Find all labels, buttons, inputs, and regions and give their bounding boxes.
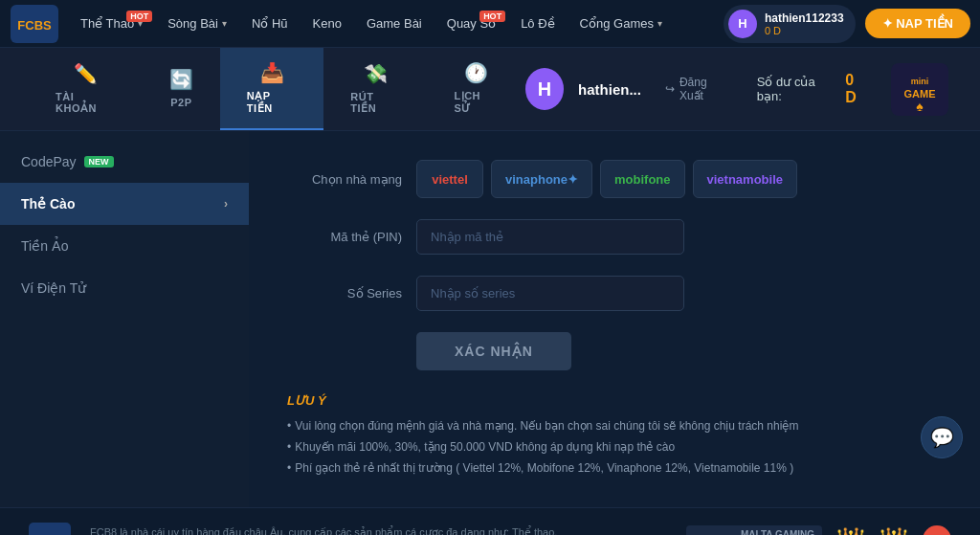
nav-no-hu[interactable]: Nổ Hũ — [240, 11, 300, 36]
nav-song-bai-label: Sòng Bài — [167, 16, 218, 31]
carrier-viettel[interactable]: viettel — [416, 160, 483, 198]
series-row: Số Series — [287, 276, 942, 311]
logout-icon: ↪ — [665, 82, 675, 96]
tab-lich-su-label: LỊCH SỬ — [454, 90, 498, 115]
tab-p2p-label: P2P — [170, 97, 191, 108]
nav-game-bai[interactable]: Game Bài — [355, 11, 434, 36]
mga-badge: ▶mga MALTA GAMING AUTHORITY — [686, 525, 822, 535]
notes-item-0: Vui lòng chọn đúng mệnh giá và nhà mạng.… — [287, 416, 942, 437]
nav-username: hathien112233 — [765, 11, 844, 25]
sidebar: CodePay NEW Thẻ Cào › Tiền Ảo Ví Điện Tử — [0, 131, 249, 507]
footer-logo: FCBS — [29, 523, 71, 535]
nav-cong-games-label: Cổng Games — [580, 16, 654, 31]
sidebar-item-the-cao[interactable]: Thẻ Cào › — [0, 183, 249, 225]
nav-user-info[interactable]: H hathien112233 0 D — [724, 5, 856, 43]
chevron-cong-games-icon: ▾ — [657, 18, 662, 29]
series-label: Số Series — [287, 286, 402, 301]
form-area: Chọn nhà mạng viettel vinaphone✦ mobifon… — [249, 131, 980, 507]
nav-the-thao[interactable]: Thể Thao HOT ▾ — [69, 11, 154, 36]
carrier-mobifone[interactable]: mobifone — [600, 160, 685, 198]
notes-section: LƯU Ý Vui lòng chọn đúng mệnh giá và nhà… — [287, 390, 942, 479]
vi-dien-tu-label: Ví Điện Tử — [21, 280, 86, 296]
chat-button[interactable]: 💬 — [921, 416, 963, 458]
mobifone-label: mobifone — [614, 172, 671, 187]
nav-nap-tien-button[interactable]: ✦ NAP TIỀN — [865, 9, 970, 38]
pin-label: Mã thẻ (PIN) — [287, 230, 402, 244]
carrier-vietnamobile[interactable]: vietnamobile — [693, 160, 797, 198]
nav-items: Thể Thao HOT ▾ Sòng Bài ▾ Nổ Hũ Keno Gam… — [69, 11, 720, 36]
main-content: CodePay NEW Thẻ Cào › Tiền Ảo Ví Điện Tử… — [0, 131, 980, 507]
tab-tai-khoan[interactable]: ✏️ TÀI KHOẢN — [29, 49, 143, 130]
viettel-label: viettel — [432, 172, 468, 187]
navbar: FCBS Thể Thao HOT ▾ Sòng Bài ▾ Nổ Hũ Ken… — [0, 0, 980, 48]
nav-game-bai-label: Game Bài — [367, 16, 422, 31]
nav-lo-de[interactable]: Lô Đề — [509, 11, 566, 36]
footer-description: FCB8 là nhà cái uy tín hàng đầu châu Âu,… — [90, 524, 568, 535]
lich-su-icon: 🕐 — [464, 61, 488, 84]
hot-badge-quay-so: HOT — [479, 11, 505, 22]
mini-game-logo[interactable]: mini GAME ♠ — [887, 60, 951, 118]
tab-nap-tien-label: NẠP TIỀN — [247, 90, 298, 115]
svg-text:FCBS: FCBS — [17, 18, 52, 33]
brand-logo[interactable]: FCBS — [10, 4, 59, 44]
sidebar-item-tien-ao[interactable]: Tiền Ảo — [0, 225, 249, 267]
tai-khoan-icon: ✏️ — [74, 62, 98, 85]
carrier-vinaphone[interactable]: vinaphone✦ — [491, 160, 592, 198]
nav-right: H hathien112233 0 D ✦ NAP TIỀN — [724, 5, 970, 43]
notes-title: LƯU Ý — [287, 390, 942, 412]
nav-balance: 0 D — [765, 25, 844, 36]
pin-row: Mã thẻ (PIN) — [287, 219, 942, 255]
carrier-row: Chọn nhà mạng viettel vinaphone✦ mobifon… — [287, 160, 942, 198]
tab-lich-su[interactable]: 🕐 LỊCH SỬ — [427, 48, 524, 130]
balance-value: 0 D — [845, 72, 868, 106]
user-section: H hathien... ↪ Đăng Xuất — [525, 68, 738, 110]
hot-badge-the-thao: HOT — [126, 11, 152, 22]
nav-song-bai[interactable]: Sòng Bài ▾ — [156, 11, 238, 36]
tab-tai-khoan-label: TÀI KHOẢN — [56, 91, 116, 115]
footer: FCBS FCB8 là nhà cái uy tín hàng đầu châ… — [0, 507, 980, 535]
nav-no-hu-label: Nổ Hũ — [252, 16, 288, 31]
notes-item-1: Khuyến mãi 100%, 30%, tặng 50.000 VND kh… — [287, 437, 942, 458]
logout-button[interactable]: ↪ Đăng Xuất — [656, 71, 738, 107]
nap-tien-icon: 📥 — [260, 61, 284, 84]
nav-user-details: hathien112233 0 D — [765, 11, 844, 36]
nav-keno[interactable]: Keno — [301, 11, 353, 36]
account-tabs: ✏️ TÀI KHOẢN 🔄 P2P 📥 NẠP TIỀN 💸 RÚT TIỀN… — [0, 48, 980, 131]
nav-quay-so[interactable]: Quay Số HOT — [435, 11, 507, 36]
carrier-label: Chọn nhà mạng — [287, 172, 402, 187]
p2p-icon: 🔄 — [169, 68, 193, 91]
sidebar-item-codepay[interactable]: CodePay NEW — [0, 141, 249, 183]
footer-badges: ▶mga MALTA GAMING AUTHORITY 👑 👑 18+ — [686, 525, 951, 535]
nav-lo-de-label: Lô Đề — [521, 16, 554, 31]
notes-item-2: Phí gạch thẻ rẻ nhất thị trường ( Viette… — [287, 458, 942, 479]
nav-keno-label: Keno — [313, 16, 342, 31]
tab-rut-tien-label: RÚT TIỀN — [350, 91, 400, 115]
svg-text:♠: ♠ — [916, 99, 924, 114]
the-cao-label: Thẻ Cào — [21, 196, 75, 212]
crown-badge-1: 👑 — [836, 526, 865, 535]
balance-label: Số dư của bạn: — [757, 75, 839, 103]
crown-badge-2: 👑 — [880, 526, 908, 535]
sidebar-item-vi-dien-tu[interactable]: Ví Điện Tử — [0, 267, 249, 309]
nav-user-avatar: H — [728, 10, 757, 38]
age-badge: 18+ — [923, 525, 951, 535]
series-input[interactable] — [416, 276, 684, 311]
pin-input[interactable] — [416, 219, 684, 255]
tien-ao-label: Tiền Ảo — [21, 238, 69, 254]
vinaphone-label: vinaphone✦ — [505, 172, 578, 187]
codepay-label: CodePay — [21, 154, 77, 169]
nav-cong-games[interactable]: Cổng Games ▾ — [568, 11, 674, 36]
tab-nap-tien[interactable]: 📥 NẠP TIỀN — [220, 48, 324, 130]
user-avatar-big: H — [525, 68, 564, 110]
chevron-right-icon: › — [224, 197, 228, 211]
chat-icon: 💬 — [930, 426, 954, 449]
chevron-song-bai-icon: ▾ — [222, 18, 227, 29]
new-badge: NEW — [84, 156, 114, 167]
tab-p2p[interactable]: 🔄 P2P — [143, 55, 220, 123]
svg-text:mini: mini — [910, 77, 928, 86]
tab-rut-tien[interactable]: 💸 RÚT TIỀN — [323, 49, 427, 130]
balance-section: Số dư của bạn: 0 D — [738, 72, 887, 106]
username-display: hathien... — [578, 81, 641, 98]
confirm-button[interactable]: XÁC NHẬN — [416, 332, 571, 370]
rut-tien-icon: 💸 — [364, 62, 388, 85]
